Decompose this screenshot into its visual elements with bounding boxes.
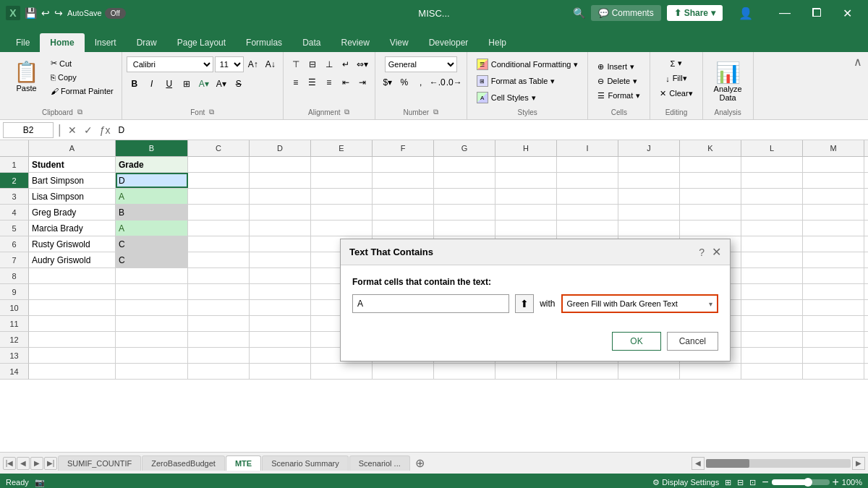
cell-j14[interactable] — [618, 364, 680, 379]
cell-c5[interactable] — [188, 221, 250, 236]
cell-b6[interactable]: C — [116, 236, 188, 252]
dialog-help-button[interactable]: ? — [699, 247, 705, 258]
cell-b1[interactable]: Grade — [116, 157, 188, 172]
save-button[interactable]: 💾 — [25, 7, 37, 19]
cell-d1[interactable] — [250, 157, 311, 172]
cell-b9[interactable] — [116, 284, 188, 299]
tab-file[interactable]: File — [6, 33, 40, 52]
row-header-3[interactable]: 3 — [0, 189, 29, 205]
tab-review[interactable]: Review — [331, 33, 379, 52]
maximize-button[interactable]: ⧠ — [801, 0, 833, 26]
sheet-next-button[interactable]: ▶ — [30, 457, 43, 470]
align-top-button[interactable]: ⊤ — [288, 56, 304, 72]
increase-decimal-button[interactable]: .0→ — [446, 74, 462, 90]
cell-m14[interactable] — [803, 364, 864, 379]
search-button[interactable]: 🔍 — [573, 7, 585, 19]
close-button[interactable]: ✕ — [833, 0, 862, 26]
cell-g1[interactable] — [434, 157, 495, 172]
cell-a11[interactable] — [29, 316, 116, 331]
cell-l7[interactable] — [741, 252, 803, 267]
dialog-format-select[interactable]: Green Fill with Dark Green Text ▾ — [561, 294, 718, 313]
cell-i5[interactable] — [557, 221, 618, 236]
cell-e3[interactable] — [311, 189, 373, 204]
cell-m11[interactable] — [803, 316, 864, 331]
bold-button[interactable]: B — [127, 76, 142, 92]
cell-g4[interactable] — [434, 205, 495, 220]
cell-h3[interactable] — [495, 189, 557, 204]
cell-k2[interactable] — [680, 173, 741, 188]
cell-a14[interactable] — [29, 364, 116, 379]
cell-c12[interactable] — [188, 332, 250, 347]
analyze-data-button[interactable]: 📊 AnalyzeData — [707, 57, 749, 106]
cell-d4[interactable] — [250, 205, 311, 220]
format-as-table-button[interactable]: ⊞ Format as Table ▾ — [472, 73, 584, 89]
sheet-tab-budget[interactable]: ZeroBasedBudget — [142, 455, 225, 471]
align-bottom-button[interactable]: ⊥ — [321, 56, 337, 72]
cell-c7[interactable] — [188, 252, 250, 267]
cell-d10[interactable] — [250, 300, 311, 315]
cell-m4[interactable] — [803, 205, 864, 220]
cell-l4[interactable] — [741, 205, 803, 220]
alignment-expand[interactable]: ⧉ — [344, 108, 349, 116]
cell-b2[interactable]: D — [116, 173, 188, 188]
cell-h5[interactable] — [495, 221, 557, 236]
col-header-l[interactable]: L — [741, 140, 803, 156]
row-header-9[interactable]: 9 — [0, 284, 29, 300]
cell-k3[interactable] — [680, 189, 741, 204]
cell-m3[interactable] — [803, 189, 864, 204]
cell-l8[interactable] — [741, 268, 803, 283]
tab-view[interactable]: View — [380, 33, 419, 52]
cell-m7[interactable] — [803, 252, 864, 267]
cell-j3[interactable] — [618, 189, 680, 204]
cell-b12[interactable] — [116, 332, 188, 347]
merge-button[interactable]: ⇔▾ — [354, 56, 370, 72]
tab-draw[interactable]: Draw — [127, 33, 167, 52]
cell-f2[interactable] — [373, 173, 434, 188]
col-header-c[interactable]: C — [188, 140, 250, 156]
zoom-in-button[interactable]: + — [833, 476, 839, 488]
cell-h1[interactable] — [495, 157, 557, 172]
undo-button[interactable]: ↩ — [41, 7, 50, 19]
share-button[interactable]: ⬆ Share ▾ — [667, 5, 723, 21]
cell-a1[interactable]: Student — [29, 157, 116, 172]
border-button[interactable]: ⊞ — [179, 76, 195, 92]
increase-indent-button[interactable]: ⇥ — [354, 74, 370, 90]
cell-l13[interactable] — [741, 348, 803, 363]
row-header-11[interactable]: 11 — [0, 316, 29, 332]
cell-m6[interactable] — [803, 236, 864, 252]
tab-home[interactable]: Home — [40, 33, 84, 52]
underline-button[interactable]: U — [161, 76, 177, 92]
cell-l14[interactable] — [741, 364, 803, 379]
cell-c1[interactable] — [188, 157, 250, 172]
dialog-upload-button[interactable]: ⬆ — [515, 294, 534, 313]
cell-i3[interactable] — [557, 189, 618, 204]
autosave-toggle[interactable]: Cells AutoSave Off — [67, 8, 126, 19]
cell-b7[interactable]: C — [116, 252, 188, 267]
strikethrough-button[interactable]: S — [231, 76, 247, 92]
confirm-formula-button[interactable]: ✓ — [82, 124, 95, 136]
display-settings-button[interactable]: ⚙ Display Settings — [652, 478, 719, 487]
fill-color-button[interactable]: A▾ — [196, 76, 212, 92]
cell-g5[interactable] — [434, 221, 495, 236]
delete-button[interactable]: ⊖ Delete ▾ — [592, 74, 645, 88]
cell-styles-button[interactable]: A Cell Styles ▾ — [472, 90, 584, 106]
collapse-ribbon-button[interactable]: ∧ — [851, 52, 865, 72]
col-header-m[interactable]: M — [803, 140, 864, 156]
cell-j1[interactable] — [618, 157, 680, 172]
cell-k14[interactable] — [680, 364, 741, 379]
cell-l9[interactable] — [741, 284, 803, 299]
tab-insert[interactable]: Insert — [85, 33, 127, 52]
cell-c8[interactable] — [188, 268, 250, 283]
cell-a9[interactable] — [29, 284, 116, 299]
cell-a12[interactable] — [29, 332, 116, 347]
cell-e4[interactable] — [311, 205, 373, 220]
cell-b11[interactable] — [116, 316, 188, 331]
profile-button[interactable]: 👤 — [728, 0, 763, 26]
sheet-tab-scenario[interactable]: Scenariol ... — [349, 455, 410, 471]
cell-a7[interactable]: Audry Griswold — [29, 252, 116, 267]
cell-m10[interactable] — [803, 300, 864, 315]
decrease-indent-button[interactable]: ⇤ — [338, 74, 354, 90]
sheet-tab-sumif[interactable]: SUMIF_COUNTIF — [58, 455, 141, 471]
cell-e5[interactable] — [311, 221, 373, 236]
row-header-10[interactable]: 10 — [0, 300, 29, 316]
